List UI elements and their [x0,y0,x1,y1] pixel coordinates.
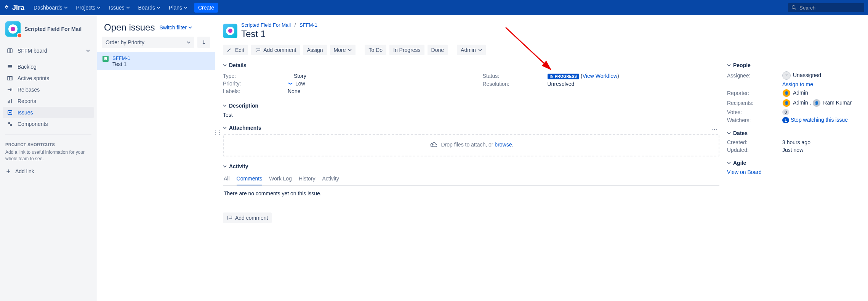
switch-filter-link[interactable]: Switch filter [159,24,192,31]
add-comment-button[interactable]: Add comment [251,45,300,55]
dropzone-text: Drop files to attach, or [441,142,495,148]
svg-rect-11 [8,101,9,103]
issue-list-item[interactable]: SFFM-1 Test 1 [97,52,215,70]
chevron-down-icon [64,6,68,10]
view-on-board-link[interactable]: View on Board [727,169,762,175]
nav-dashboards[interactable]: Dashboards [30,2,72,13]
assign-button[interactable]: Assign [303,45,327,55]
status-lozenge: IN PROGRESS [548,74,580,79]
tab-comments[interactable]: Comments [237,172,263,185]
agile-toggle[interactable]: Agile [727,160,860,166]
chevron-down-icon [727,131,731,135]
sidebar-item-releases[interactable]: Releases [3,84,94,95]
svg-rect-8 [8,76,9,80]
svg-point-15 [9,112,11,113]
transition-todo-button[interactable]: To Do [365,45,386,55]
search-input[interactable] [799,5,861,11]
sidebar-item-issues[interactable]: Issues [3,107,94,118]
nav-projects[interactable]: Projects [72,2,105,13]
comments-empty-text: There are no comments yet on this issue. [223,186,719,201]
assignee-value: ?Unassigned [782,71,860,80]
releases-icon [7,87,13,93]
stop-watching-link[interactable]: Stop watching this issue [791,117,848,123]
svg-line-1 [795,8,796,10]
breadcrumb-project[interactable]: Scripted Field For Mail [241,22,291,28]
project-avatar [223,24,237,38]
edit-button[interactable]: Edit [223,45,248,55]
nav-issues[interactable]: Issues [105,2,133,13]
attachment-dropzone[interactable]: Drop files to attach, or browse. [223,134,719,156]
nav-boards[interactable]: Boards [135,2,164,13]
attachments-toggle[interactable]: Attachments [223,125,261,131]
user-avatar-icon: 👤 [782,99,791,107]
priority-low-icon [288,81,293,86]
description-text[interactable]: Test [223,112,719,118]
chevron-down-icon [184,6,187,10]
sidebar-item-components[interactable]: Components [3,118,94,130]
filter-title: Open issues [104,22,155,33]
issue-summary: Test 1 [112,61,130,67]
add-comment-footer-button[interactable]: Add comment [223,212,272,223]
people-toggle[interactable]: People [727,62,860,68]
issue-detail: ⋮⋮ Scripted Field For Mail / SFFM-1 Test… [215,15,868,301]
add-link-button[interactable]: Add link [0,166,97,177]
details-toggle[interactable]: Details [223,62,719,68]
svg-line-18 [10,124,11,125]
dates-module: Dates Created:3 hours ago Updated:Just n… [727,130,860,153]
sidebar-item-reports[interactable]: Reports [3,95,94,107]
chevron-down-icon [223,164,227,168]
agile-module: Agile View on Board [727,160,860,175]
tab-history[interactable]: History [299,172,315,185]
chevron-down-icon [86,48,90,54]
nav-plans[interactable]: Plans [165,2,191,13]
created-value: 3 hours ago [782,139,860,145]
order-dropdown[interactable]: Order by Priority [102,37,194,48]
global-search[interactable] [788,3,864,12]
issue-key-link[interactable]: SFFM-1 [112,55,130,61]
labels-label: Labels: [223,88,288,94]
activity-toggle[interactable]: Activity [223,163,719,169]
sort-direction-button[interactable] [197,37,210,48]
tab-activity[interactable]: Activity [322,172,339,185]
sidebar-item-backlog[interactable]: Backlog [3,61,94,72]
chevron-down-icon [478,48,482,52]
project-header[interactable]: Scripted Field For Mail [0,21,97,43]
browse-link[interactable]: browse [495,142,512,148]
jira-logo-icon [4,5,10,11]
user-avatar-icon: 👤 [782,89,791,97]
assign-to-me-link[interactable]: Assign to me [782,81,813,87]
breadcrumb-issue-key[interactable]: SFFM-1 [299,22,317,28]
sidebar-item-label: Reports [18,98,36,104]
admin-button[interactable]: Admin [457,45,486,55]
description-toggle[interactable]: Description [223,103,719,109]
transition-inprogress-button[interactable]: In Progress [389,45,424,55]
sidebar-item-label: Active sprints [18,75,49,81]
sidebar-item-active-sprints[interactable]: Active sprints [3,72,94,84]
svg-rect-9 [10,76,11,80]
jira-brand[interactable]: Jira [4,4,24,12]
type-value: Story [288,73,460,79]
split-handle-icon[interactable]: ⋮⋮ [215,130,221,135]
created-label: Created: [727,139,782,145]
dates-toggle[interactable]: Dates [727,130,860,136]
project-avatar [5,21,21,37]
tab-worklog[interactable]: Work Log [269,172,292,185]
backlog-icon [7,64,13,70]
priority-label: Priority: [223,80,288,87]
sidebar-item-board[interactable]: SFFM board [3,45,94,56]
create-button[interactable]: Create [194,3,218,13]
tab-all[interactable]: All [224,172,230,185]
search-icon [791,5,797,11]
chevron-down-icon [223,126,227,130]
pencil-icon [227,47,233,53]
project-sidebar: Scripted Field For Mail SFFM board Backl… [0,15,97,301]
issue-title: Test 1 [241,29,317,39]
chevron-down-icon [157,6,160,10]
attachments-more-button[interactable]: ⋯ [709,125,719,134]
transition-done-button[interactable]: Done [428,45,448,55]
view-workflow-link[interactable]: View Workflow [583,73,617,79]
more-button[interactable]: More [330,45,356,55]
recipients-value: 👤Admin , 👤Ram Kumar [782,99,860,107]
people-module: People Assignee:?Unassigned Assign to me… [727,62,860,123]
sidebar-item-label: Components [18,121,48,127]
